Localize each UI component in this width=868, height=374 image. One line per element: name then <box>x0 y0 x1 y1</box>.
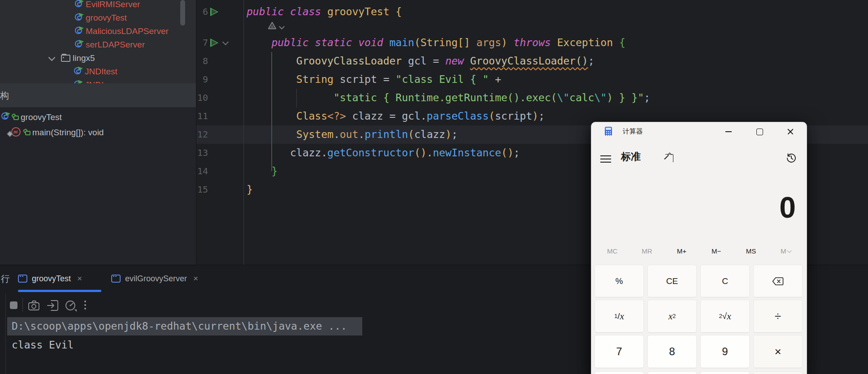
structure-item-label: main(String[]): void <box>32 128 104 138</box>
calc-button-c[interactable]: C <box>700 265 750 297</box>
more-options-icon[interactable] <box>84 301 86 310</box>
calc-button-partial-2[interactable] <box>700 371 750 374</box>
code-text: } <box>247 162 278 181</box>
tree-item-label: groovyTest <box>86 13 127 23</box>
attach-process-icon[interactable] <box>47 300 59 311</box>
ide-window: EvilRMIServergroovyTestMaliciousLDAPServ… <box>0 0 868 374</box>
memory-button-mc[interactable]: MC <box>595 245 629 258</box>
keep-on-top-icon[interactable] <box>665 154 673 163</box>
tree-item-label: lingx5 <box>73 53 95 63</box>
code-text: String script = "class Evil { " + <box>247 70 501 89</box>
code-text: public class groovyTest { <box>247 3 402 21</box>
tree-item-maliciousldapserver[interactable]: MaliciousLDAPServer <box>0 25 196 38</box>
code-text: } <box>247 181 253 199</box>
run-icon[interactable] <box>210 39 218 47</box>
calc-button-partial-3[interactable] <box>753 371 803 374</box>
code-text: "static { Runtime.getRuntime().exec(\"ca… <box>247 89 650 107</box>
groovy-class-icon <box>1 112 9 120</box>
structure-panel-header: 构 <box>0 83 196 108</box>
calc-button-7[interactable]: 7 <box>595 335 644 368</box>
minimize-button[interactable] <box>718 122 739 141</box>
run-tab-evilgroovyserver[interactable]: evilGroovyServer× <box>111 268 203 289</box>
line-number: 14 <box>196 162 208 181</box>
calculator-mode-label[interactable]: 标准 <box>621 150 641 163</box>
memory-button-mr[interactable]: MR <box>629 245 664 258</box>
structure-item-class[interactable]: groovyTest <box>0 110 196 125</box>
code-line-7[interactable]: 7 public static void main(String[] args)… <box>196 34 868 52</box>
active-tab-underline <box>18 290 101 292</box>
calc-button-partial-0[interactable] <box>595 371 644 374</box>
close-icon[interactable]: × <box>193 274 198 284</box>
public-lock-icon <box>13 115 18 120</box>
calc-button-partial-1[interactable] <box>647 371 697 374</box>
history-icon[interactable] <box>786 153 797 163</box>
tree-item-label: MaliciousLDAPServer <box>86 26 169 36</box>
chevron-down-icon[interactable] <box>222 39 229 45</box>
maximize-icon <box>756 129 763 135</box>
calc-button-%[interactable]: % <box>595 265 644 297</box>
code-text: public static void main(String[] args) t… <box>247 34 625 52</box>
calc-button-²√x[interactable]: 2√x <box>700 300 750 333</box>
tree-item-serldapserver[interactable]: serLDAPServer <box>0 38 196 52</box>
minimize-icon <box>725 131 732 132</box>
tree-item-jnditest[interactable]: JNDItest <box>0 65 196 78</box>
calc-button-×[interactable]: × <box>753 335 803 368</box>
run-icon[interactable] <box>210 8 218 16</box>
code-text: Class<?> clazz = gcl.parseClass(script); <box>247 107 545 125</box>
tree-item-label: EvilRMIServer <box>86 0 140 9</box>
camera-icon[interactable] <box>28 300 40 311</box>
line-number: 12 <box>196 125 208 144</box>
groovy-class-icon <box>74 26 82 34</box>
line-number: 10 <box>196 89 208 107</box>
tree-item-jndi[interactable]: JNDI <box>0 78 196 83</box>
calc-button-⌫[interactable] <box>753 265 803 297</box>
code-line-10[interactable]: 10 "static { Runtime.getRuntime().exec(\… <box>196 89 868 107</box>
structure-item-label: groovyTest <box>21 112 62 122</box>
method-icon <box>11 127 21 137</box>
memory-button-m−[interactable]: M− <box>699 245 733 258</box>
maximize-button[interactable] <box>749 122 770 141</box>
groovy-class-icon <box>74 13 82 21</box>
close-icon <box>787 128 794 135</box>
public-lock-icon <box>25 130 30 135</box>
code-line-9[interactable]: 9 String script = "class Evil { " + <box>196 70 868 89</box>
menu-icon[interactable] <box>600 155 611 162</box>
code-line-6[interactable]: 6public class groovyTest { <box>196 3 868 21</box>
tree-scrollbar[interactable] <box>180 0 185 26</box>
memory-button-m+[interactable]: M+ <box>664 245 699 258</box>
toolbar-separator <box>22 298 23 312</box>
memory-button-ms[interactable]: MS <box>733 245 768 258</box>
calc-button-ce[interactable]: CE <box>647 265 697 297</box>
run-stripe-label[interactable]: 行 <box>1 273 10 285</box>
console-tab-icon <box>18 275 27 283</box>
code-line-8[interactable]: 8 GroovyClassLoader gcl = new GroovyClas… <box>196 52 868 70</box>
structure-panel: 构 groovyTestmain(String[]): void <box>0 83 196 267</box>
structure-item-method[interactable]: main(String[]): void <box>0 125 196 140</box>
close-button[interactable] <box>780 122 801 141</box>
console-text: class Evil <box>12 336 74 354</box>
memory-button-m[interactable]: M <box>768 245 803 258</box>
groovy-settings-inlay-icon[interactable] <box>267 21 294 33</box>
calc-button-1/x[interactable]: 1/x <box>595 300 644 333</box>
calc-button-÷[interactable]: ÷ <box>753 300 803 333</box>
line-number: 11 <box>196 107 208 125</box>
line-number: 9 <box>196 70 208 89</box>
calc-button-8[interactable]: 8 <box>647 335 697 368</box>
calc-button-x²[interactable]: x2 <box>647 300 697 333</box>
chevron-down-icon <box>279 24 285 30</box>
chevron-down-icon <box>787 249 791 253</box>
tree-item-lingx5[interactable]: lingx5 <box>0 52 196 65</box>
tree-item-evilrmiserver[interactable]: EvilRMIServer <box>0 0 196 11</box>
code-text: System.out.println(clazz); <box>247 125 458 144</box>
tree-item-groovytest[interactable]: groovyTest <box>0 11 196 25</box>
run-tab-groovytest[interactable]: groovyTest× <box>18 268 101 289</box>
calc-button-9[interactable]: 9 <box>700 335 750 368</box>
tab-label: groovyTest <box>32 274 71 284</box>
tree-item-label: JNDItest <box>85 67 117 77</box>
stop-icon[interactable] <box>10 301 17 309</box>
close-icon[interactable]: × <box>77 274 82 284</box>
profiler-gauge-icon[interactable] <box>65 300 78 312</box>
structure-panel-title[interactable]: 构 <box>0 90 9 102</box>
tab-label: evilGroovyServer <box>125 274 187 284</box>
chevron-down-icon[interactable] <box>48 54 56 61</box>
